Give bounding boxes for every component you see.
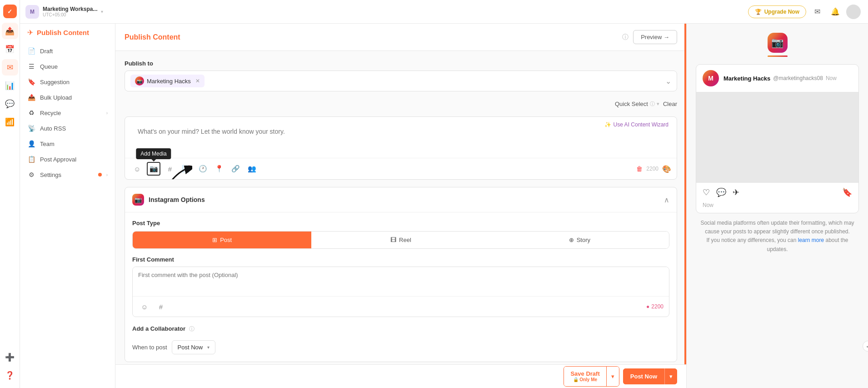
location-button[interactable]: 📍 — [212, 162, 226, 176]
char-count-area: 🗑 2200 🎨 — [636, 165, 671, 173]
top-bar: M Marketing Workspa... UTC+05:00 ▾ 🏆 Upg… — [20, 0, 868, 24]
nav-icon-inbox[interactable]: 💬 — [2, 96, 18, 112]
first-comment-label: First Comment — [132, 256, 669, 263]
save-draft-dropdown-button[interactable]: ▾ — [606, 367, 619, 387]
add-media-button[interactable]: 📷 — [147, 162, 160, 176]
post-type-story-tab[interactable]: ⊕ Story — [490, 232, 669, 248]
quick-select-row: Quick Select ⓘ ▾ Clear — [125, 99, 677, 109]
instagram-options-body: Post Type ⊞ Post 🎞 Reel — [125, 212, 677, 362]
nav-icon-publish[interactable]: 📤 — [2, 23, 18, 39]
notifications-button[interactable]: 🔔 — [828, 5, 843, 19]
workspace-avatar: M — [25, 5, 39, 19]
sidebar-label-draft: Draft — [40, 48, 108, 55]
preview-button[interactable]: Preview → — [633, 30, 677, 44]
content-editor: ✨ Use AI Content Wizard ☺ 📷 Add — [125, 116, 677, 180]
sidebar-label-recycle: Recycle — [40, 110, 102, 116]
content-textarea[interactable] — [131, 121, 599, 158]
workspace-selector[interactable]: M Marketing Workspa... UTC+05:00 ▾ — [20, 0, 109, 23]
delete-icon[interactable]: 🗑 — [636, 165, 643, 172]
post-now-button[interactable]: Post Now — [623, 368, 664, 384]
save-draft-dropdown-icon: ▾ — [611, 373, 614, 380]
fc-hashtag-button[interactable]: # — [155, 300, 167, 313]
nav-icon-help[interactable]: ❓ — [2, 367, 18, 383]
instagram-icon: 📷 — [132, 194, 144, 206]
preview-underline — [768, 55, 788, 57]
sidebar-item-team[interactable]: 👤 Team — [20, 136, 115, 151]
sidebar-item-post-approval[interactable]: 📋 Post Approval — [20, 151, 115, 167]
user-avatar[interactable] — [846, 5, 861, 19]
save-draft-button[interactable]: Save Draft 🔒 Only Me — [564, 367, 606, 387]
when-to-post-section: When to post Post Now ▾ — [132, 340, 669, 354]
bottom-action-bar: Save Draft 🔒 Only Me ▾ Post Now — [115, 364, 686, 388]
publish-form: Publish to 📸 Marketing Hacks ✕ ⌄ — [115, 51, 686, 371]
nav-icon-compose[interactable]: ✉ — [2, 59, 18, 76]
post-type-post-tab[interactable]: ⊞ Post — [133, 232, 311, 248]
first-comment-textarea[interactable] — [133, 267, 669, 294]
preview-comment-button[interactable]: 💬 — [716, 187, 726, 197]
quick-select-button[interactable]: Quick Select ⓘ ▾ — [615, 101, 659, 107]
preview-share-button[interactable]: ✈ — [733, 187, 739, 197]
first-comment-section: First Comment ☺ # ● 2200 — [132, 256, 669, 317]
workspace-name: Marketing Workspa... — [43, 6, 97, 12]
notes-button[interactable]: 📝 — [180, 162, 193, 176]
schedule-button[interactable]: 🕐 — [196, 162, 210, 176]
sidebar-item-draft[interactable]: 📄 Draft — [20, 43, 115, 59]
upgrade-button[interactable]: 🏆 Upgrade Now — [748, 5, 806, 18]
add-collaborator-info-icon[interactable]: ⓘ — [189, 326, 195, 332]
channel-tag-close[interactable]: ✕ — [195, 78, 200, 84]
add-collaborator-label: Add a Collaborator — [132, 325, 185, 332]
queue-icon: ☰ — [27, 63, 35, 70]
post-type-tabs: ⊞ Post 🎞 Reel ⊕ Story — [132, 231, 669, 249]
help-icon[interactable]: ⓘ — [622, 33, 629, 41]
preview-like-button[interactable]: ♡ — [703, 187, 710, 197]
emoji-button[interactable]: ☺ — [130, 162, 144, 176]
preview-bookmark-button[interactable]: 🔖 — [842, 187, 852, 197]
first-comment-toolbar: ☺ # ● 2200 — [133, 296, 669, 317]
post-type-section: Post Type ⊞ Post 🎞 Reel — [132, 220, 669, 249]
publish-to-selector[interactable]: 📸 Marketing Hacks ✕ ⌄ — [125, 71, 677, 91]
nav-icon-analytics[interactable]: 📊 — [2, 77, 18, 94]
tag-users-button[interactable]: 👥 — [245, 162, 259, 176]
preview-avatar: M — [703, 70, 719, 86]
workspace-timezone: UTC+05:00 — [43, 12, 97, 17]
messages-button[interactable]: ✉ — [810, 5, 824, 19]
reel-tab-icon: 🎞 — [390, 237, 396, 243]
preview-card-header: M Marketing Hacks @marketinghacks08 Now — [696, 65, 858, 92]
post-now-label: Post Now — [630, 373, 657, 380]
sidebar-item-settings[interactable]: ⚙ Settings › — [20, 167, 115, 182]
preview-user-info: Marketing Hacks @marketinghacks08 Now — [723, 75, 852, 82]
suggestion-icon: 🔖 — [27, 78, 35, 86]
fc-ig-icon: ● — [646, 303, 649, 310]
hashtag-button[interactable]: # — [163, 162, 177, 176]
sidebar-item-bulk-upload[interactable]: 📤 Bulk Upload — [20, 90, 115, 105]
quick-select-info-icon: ⓘ — [650, 101, 655, 107]
post-now-selector[interactable]: Post Now ▾ — [172, 340, 216, 354]
reel-tab-label: Reel — [399, 237, 411, 243]
sidebar-item-queue[interactable]: ☰ Queue — [20, 59, 115, 74]
story-tab-label: Story — [577, 237, 590, 243]
nav-icon-bars[interactable]: 📶 — [2, 114, 18, 130]
accent-line — [684, 24, 686, 388]
ai-content-wizard-button[interactable]: ✨ Use AI Content Wizard — [603, 121, 670, 128]
preview-panel: 📷 M Marketing Hacks @marketinghacks08 No… — [686, 24, 868, 388]
publish-to-chevron-icon[interactable]: ⌄ — [665, 77, 671, 86]
instagram-options-header[interactable]: 📷 Instagram Options ∧ — [125, 187, 677, 212]
publish-header: Publish Content ⓘ Preview → — [115, 24, 686, 51]
nav-icon-add[interactable]: ➕ — [2, 349, 18, 365]
post-type-reel-tab[interactable]: 🎞 Reel — [311, 232, 490, 248]
instagram-collapse-icon[interactable]: ∧ — [664, 196, 669, 204]
sidebar-item-auto-rss[interactable]: 📡 Auto RSS — [20, 121, 115, 136]
sidebar-active-item: ✈ Publish Content — [20, 24, 115, 40]
nav-icon-calendar[interactable]: 📅 — [2, 41, 18, 57]
publish-to-label: Publish to — [125, 60, 677, 67]
palette-icon[interactable]: 🎨 — [662, 165, 671, 173]
app-logo[interactable]: ✓ — [3, 5, 17, 18]
sidebar-item-recycle[interactable]: ♻ Recycle › — [20, 105, 115, 121]
sidebar-item-suggestion[interactable]: 🔖 Suggestion — [20, 74, 115, 90]
post-now-dropdown-button[interactable]: ▾ — [664, 368, 677, 384]
clear-button[interactable]: Clear — [663, 101, 677, 107]
sidebar-label-bulk-upload: Bulk Upload — [40, 94, 108, 101]
preview-learn-more-link[interactable]: learn more — [798, 237, 826, 243]
link-button[interactable]: 🔗 — [229, 162, 242, 176]
fc-emoji-button[interactable]: ☺ — [138, 300, 151, 313]
